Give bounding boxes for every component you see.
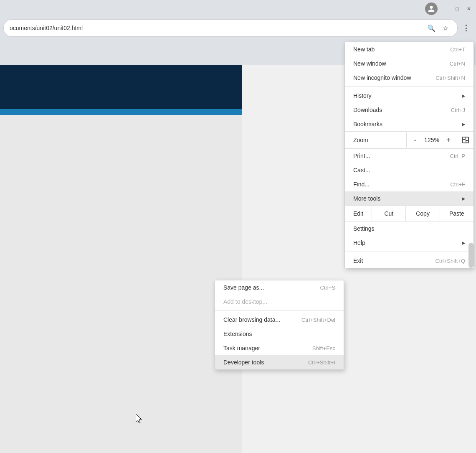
zoom-controls: - 125% + <box>407 132 457 148</box>
menu-item-find[interactable]: Find... Ctrl+F <box>345 177 473 191</box>
zoom-label: Zoom <box>345 132 407 148</box>
submenu-item-add-to-desktop[interactable]: Add to desktop... <box>215 295 344 309</box>
edit-row: Edit Cut Copy Paste <box>345 206 473 221</box>
chrome-menu-button[interactable]: ⋮ <box>459 21 473 35</box>
submenu-clear-browsing-shortcut: Ctrl+Shift+Del <box>301 317 335 323</box>
menu-item-exit-label: Exit <box>353 257 363 264</box>
menu-item-more-tools[interactable]: More tools ▶ <box>345 191 473 206</box>
menu-item-new-window-shortcut: Ctrl+N <box>450 61 465 67</box>
menu-item-bookmarks-label: Bookmarks <box>353 121 382 127</box>
menu-item-downloads-shortcut: Ctrl+J <box>451 107 465 113</box>
zoom-decrease-button[interactable]: - <box>407 132 423 148</box>
menu-scrollbar[interactable] <box>468 243 473 268</box>
menu-item-new-window-label: New window <box>353 60 386 67</box>
menu-item-settings[interactable]: Settings <box>345 221 473 236</box>
minimize-button[interactable]: — <box>442 5 449 13</box>
submenu-divider-1 <box>215 310 344 311</box>
address-bar[interactable]: ocuments/unit02/unit02.html 🔍 ☆ <box>3 19 458 37</box>
menu-item-new-incognito-label: New incognito window <box>353 74 411 81</box>
menu-item-more-tools-label: More tools <box>353 195 380 202</box>
cut-button[interactable]: Cut <box>372 206 406 221</box>
copy-button[interactable]: Copy <box>406 206 440 221</box>
help-arrow-icon: ▶ <box>462 240 465 246</box>
menu-item-print-shortcut: Ctrl+P <box>450 153 465 159</box>
address-icons: 🔍 ☆ <box>425 22 451 34</box>
menu-item-new-incognito[interactable]: New incognito window Ctrl+Shift+N <box>345 71 473 85</box>
menu-item-new-incognito-shortcut: Ctrl+Shift+N <box>435 75 465 81</box>
menu-item-exit-shortcut: Ctrl+Shift+Q <box>435 258 465 264</box>
submenu-developer-tools-label: Developer tools <box>223 359 264 366</box>
menu-item-cast-label: Cast... <box>353 167 370 173</box>
edit-label: Edit <box>345 206 372 221</box>
menu-item-help-label: Help <box>353 239 365 246</box>
menu-divider-1 <box>345 87 473 87</box>
close-button[interactable]: ✕ <box>465 5 473 13</box>
menu-item-find-label: Find... <box>353 181 370 188</box>
submenu-item-clear-browsing[interactable]: Clear browsing data... Ctrl+Shift+Del <box>215 313 344 327</box>
url-text: ocuments/unit02/unit02.html <box>10 25 83 31</box>
menu-item-downloads[interactable]: Downloads Ctrl+J <box>345 103 473 117</box>
menu-item-history[interactable]: History ▶ <box>345 89 473 103</box>
chrome-menu: New tab Ctrl+T New window Ctrl+N New inc… <box>344 42 474 268</box>
user-avatar-button[interactable] <box>425 3 438 15</box>
submenu-item-extensions[interactable]: Extensions <box>215 327 344 341</box>
submenu-add-to-desktop-label: Add to desktop... <box>223 298 267 305</box>
submenu-item-save-page[interactable]: Save page as... Ctrl+S <box>215 280 344 295</box>
submenu-item-developer-tools[interactable]: Developer tools Ctrl+Shift+I <box>215 355 344 369</box>
title-bar: — □ ✕ <box>0 0 476 18</box>
page-header-stripe <box>0 109 242 115</box>
more-tools-submenu: Save page as... Ctrl+S Add to desktop...… <box>215 280 344 370</box>
paste-button[interactable]: Paste <box>440 206 473 221</box>
fullscreen-button[interactable] <box>457 132 473 148</box>
zoom-row: Zoom - 125% + <box>345 131 473 149</box>
submenu-task-manager-shortcut: Shift+Esc <box>312 345 335 351</box>
menu-item-print-label: Print... <box>353 153 370 159</box>
submenu-developer-tools-shortcut: Ctrl+Shift+I <box>308 359 335 366</box>
menu-item-new-window[interactable]: New window Ctrl+N <box>345 56 473 71</box>
bookmark-icon[interactable]: ☆ <box>440 22 451 34</box>
submenu-save-page-shortcut: Ctrl+S <box>320 285 335 291</box>
menu-item-new-tab[interactable]: New tab Ctrl+T <box>345 42 473 56</box>
zoom-value: 125% <box>423 137 440 143</box>
menu-item-new-tab-shortcut: Ctrl+T <box>450 46 465 53</box>
menu-item-history-label: History <box>353 92 372 99</box>
menu-item-cast[interactable]: Cast... <box>345 163 473 177</box>
page-content <box>0 65 242 453</box>
menu-item-new-tab-label: New tab <box>353 46 375 53</box>
maximize-button[interactable]: □ <box>453 5 461 13</box>
menu-item-settings-label: Settings <box>353 225 375 232</box>
history-arrow-icon: ▶ <box>462 93 465 99</box>
page-header <box>0 65 242 115</box>
submenu-item-task-manager[interactable]: Task manager Shift+Esc <box>215 341 344 355</box>
more-tools-arrow-icon: ▶ <box>462 196 465 201</box>
submenu-clear-browsing-label: Clear browsing data... <box>223 316 280 323</box>
svg-rect-0 <box>463 137 465 140</box>
menu-item-exit[interactable]: Exit Ctrl+Shift+Q <box>345 254 473 268</box>
menu-divider-2 <box>345 252 473 252</box>
svg-rect-1 <box>466 140 468 143</box>
menu-item-downloads-label: Downloads <box>353 107 382 113</box>
menu-item-find-shortcut: Ctrl+F <box>450 181 465 188</box>
menu-item-bookmarks[interactable]: Bookmarks ▶ <box>345 117 473 131</box>
menu-item-help[interactable]: Help ▶ <box>345 236 473 250</box>
submenu-extensions-label: Extensions <box>223 331 252 337</box>
bookmarks-arrow-icon: ▶ <box>462 122 465 127</box>
submenu-save-page-label: Save page as... <box>223 284 264 291</box>
zoom-icon[interactable]: 🔍 <box>425 22 437 34</box>
menu-item-print[interactable]: Print... Ctrl+P <box>345 149 473 163</box>
zoom-increase-button[interactable]: + <box>440 132 457 148</box>
address-bar-row: ocuments/unit02/unit02.html 🔍 ☆ ⋮ <box>0 18 476 38</box>
submenu-task-manager-label: Task manager <box>223 345 260 351</box>
